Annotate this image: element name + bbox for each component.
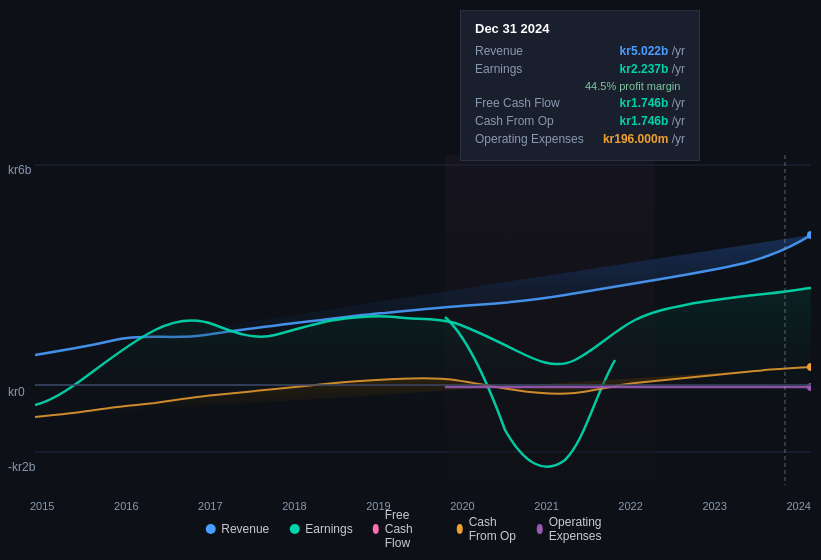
y-label-neg2b: -kr2b (8, 460, 35, 474)
tooltip-date: Dec 31 2024 (475, 21, 685, 36)
tooltip-value-opex: kr196.000m /yr (603, 132, 685, 146)
tooltip-label-fcf: Free Cash Flow (475, 96, 585, 110)
legend-dot-opex (537, 524, 543, 534)
legend-dot-cashfromop (457, 524, 463, 534)
legend-dot-earnings (289, 524, 299, 534)
chart-area (35, 155, 811, 485)
svg-rect-3 (445, 155, 655, 485)
legend-label-revenue: Revenue (221, 522, 269, 536)
tooltip-margin: 44.5% profit margin (585, 80, 685, 92)
tooltip-row-earnings: Earnings kr2.237b /yr (475, 62, 685, 76)
x-label-2023: 2023 (702, 500, 726, 512)
tooltip-row-cashfromop: Cash From Op kr1.746b /yr (475, 114, 685, 128)
x-label-2022: 2022 (618, 500, 642, 512)
tooltip-value-fcf: kr1.746b /yr (620, 96, 685, 110)
x-label-2015: 2015 (30, 500, 54, 512)
legend-revenue[interactable]: Revenue (205, 522, 269, 536)
tooltip-row-revenue: Revenue kr5.022b /yr (475, 44, 685, 58)
tooltip-row-fcf: Free Cash Flow kr1.746b /yr (475, 96, 685, 110)
x-label-2024: 2024 (786, 500, 810, 512)
y-label-6b: kr6b (8, 163, 31, 177)
legend-label-fcf: Free Cash Flow (385, 508, 437, 550)
legend-earnings[interactable]: Earnings (289, 522, 352, 536)
legend-label-earnings: Earnings (305, 522, 352, 536)
y-label-0: kr0 (8, 385, 25, 399)
legend-label-opex: Operating Expenses (549, 515, 616, 543)
legend-label-cashfromop: Cash From Op (469, 515, 517, 543)
legend-dot-revenue (205, 524, 215, 534)
tooltip-value-cashfromop: kr1.746b /yr (620, 114, 685, 128)
tooltip-label-earnings: Earnings (475, 62, 585, 76)
tooltip-row-opex: Operating Expenses kr196.000m /yr (475, 132, 685, 146)
legend: Revenue Earnings Free Cash Flow Cash Fro… (205, 508, 616, 550)
legend-dot-fcf (373, 524, 379, 534)
legend-cashfromop[interactable]: Cash From Op (457, 515, 517, 543)
tooltip-value-revenue: kr5.022b /yr (620, 44, 685, 58)
tooltip-label-cashfromop: Cash From Op (475, 114, 585, 128)
tooltip-value-earnings: kr2.237b /yr (620, 62, 685, 76)
x-label-2016: 2016 (114, 500, 138, 512)
legend-opex[interactable]: Operating Expenses (537, 515, 616, 543)
tooltip: Dec 31 2024 Revenue kr5.022b /yr Earning… (460, 10, 700, 161)
chart-svg (35, 155, 811, 485)
legend-fcf[interactable]: Free Cash Flow (373, 508, 437, 550)
tooltip-label-opex: Operating Expenses (475, 132, 585, 146)
chart-container: Dec 31 2024 Revenue kr5.022b /yr Earning… (0, 0, 821, 560)
tooltip-label-revenue: Revenue (475, 44, 585, 58)
